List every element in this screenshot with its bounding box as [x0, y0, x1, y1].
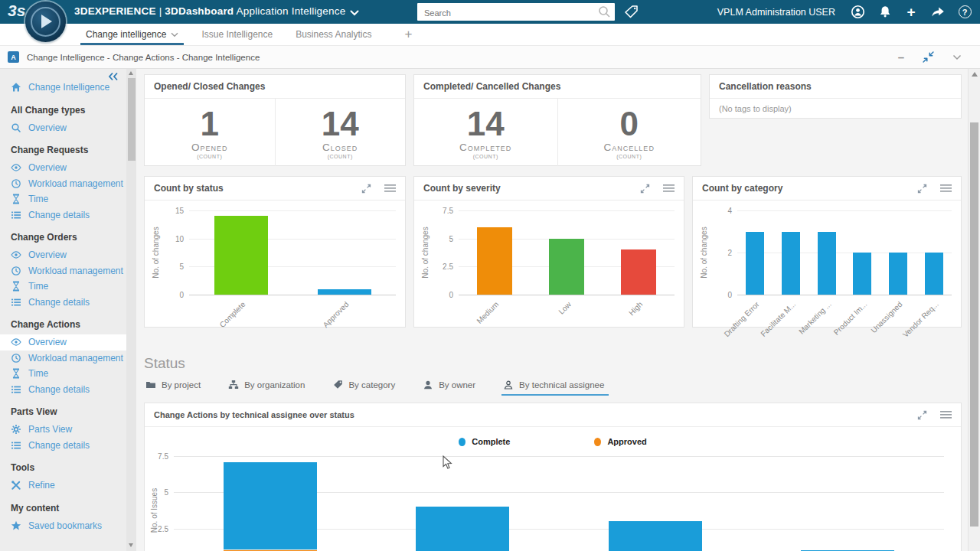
restore-widget-icon[interactable]	[923, 51, 934, 63]
y-axis-label: No. of changes	[421, 227, 430, 278]
kpi-card-opened-closed-changes: Opened/ Closed Changes1Opened(count)14Cl…	[144, 74, 406, 166]
status-tab-by-owner[interactable]: By owner	[423, 380, 475, 396]
sidebar-item-change-actions-workload-management[interactable]: Workload management	[0, 350, 126, 367]
scroll-up-arrow[interactable]	[129, 71, 133, 75]
sidebar-item-label: Time	[28, 368, 48, 379]
kpi-label: Opened	[191, 142, 228, 153]
tab-business-analytics[interactable]: Business Analytics	[284, 24, 383, 45]
help-icon[interactable]: ?	[957, 5, 972, 20]
tab-issue-intelligence[interactable]: Issue Intelligence	[190, 24, 284, 45]
chevron-down-icon[interactable]	[171, 32, 178, 37]
bar-medium	[477, 227, 512, 295]
sidebar-item-change-requests-time[interactable]: Time	[0, 191, 126, 207]
sidebar-item-parts-view-parts-view[interactable]: Parts View	[0, 422, 126, 438]
sidebar-item-change-actions-change-details[interactable]: Change details	[0, 382, 126, 398]
kpi-value: 1	[201, 106, 219, 142]
app-brand[interactable]: 3DEXPERIENCE | 3DDashboard Application I…	[74, 5, 359, 17]
legend-swatch	[594, 438, 601, 446]
add-icon[interactable]: +	[903, 5, 919, 20]
sidebar-scrollbar-thumb[interactable]	[128, 78, 136, 161]
sidebar-item-my-content-saved-bookmarks[interactable]: Saved bookmarks	[0, 518, 126, 534]
sidebar-item-change-requests-overview[interactable]: Overview	[0, 160, 126, 176]
sidebar-heading-change-actions: Change Actions	[0, 318, 136, 332]
scroll-down-arrow[interactable]	[129, 543, 133, 547]
sidebar-item-label: Overview	[28, 337, 67, 347]
status-tab-by-technical-assignee[interactable]: By technical assignee	[503, 380, 604, 396]
menu-icon[interactable]	[940, 184, 952, 193]
bar-segment-complete	[224, 462, 317, 549]
dashboard-tab-bar: Change intelligenceIssue IntelligenceBus…	[0, 24, 980, 46]
tab-label: Change intelligence	[86, 29, 166, 40]
widget-menu-chevron-icon[interactable]	[952, 54, 962, 60]
y-axis-tick: 5	[449, 234, 453, 243]
status-tab-label: By category	[348, 380, 395, 390]
sidebar-item-change-orders-workload-management[interactable]: Workload management	[0, 263, 126, 279]
page-scrollbar-thumb[interactable]	[970, 122, 978, 527]
menu-icon[interactable]	[663, 184, 675, 193]
assignee-chart-card: Change Actions by technical assignee ove…	[144, 403, 962, 551]
kpi-value: 0	[620, 106, 639, 142]
legend-item-approved[interactable]: Approved	[594, 437, 646, 446]
sidebar-heading-tools: Tools	[0, 461, 136, 475]
status-tab-by-project[interactable]: By project	[145, 380, 201, 396]
sidebar-item-label: Workload management	[28, 178, 123, 189]
sidebar-item-all-change-types-overview[interactable]: Overview	[0, 120, 126, 136]
bar-segment-complete	[609, 521, 702, 551]
search-input[interactable]	[423, 4, 598, 21]
menu-icon[interactable]	[940, 410, 952, 419]
tab-change-intelligence[interactable]: Change intelligence	[74, 24, 190, 45]
card-title: Completed/ Cancelled Changes	[423, 81, 560, 92]
user-name[interactable]: VPLM Administration USER	[717, 7, 835, 18]
sidebar-heading-all-change-types: All Change types	[0, 103, 136, 118]
chart-title: Count by category	[702, 183, 782, 194]
minimize-widget-icon[interactable]: –	[898, 54, 904, 61]
status-tab-by-organization[interactable]: By organization	[228, 380, 305, 396]
add-tab-button[interactable]: +	[394, 24, 423, 45]
status-tab-label: By organization	[244, 380, 305, 390]
sidebar-item-label: Saved bookmarks	[28, 520, 102, 531]
collapse-sidebar-icon[interactable]	[108, 72, 118, 83]
y-axis-label: No. of changes	[152, 227, 160, 278]
chart-title: Count by status	[154, 183, 224, 194]
person-icon	[423, 380, 433, 390]
expand-icon[interactable]	[917, 410, 927, 420]
expand-icon[interactable]	[361, 184, 371, 194]
sidebar-item-parts-view-change-details[interactable]: Change details	[0, 438, 126, 454]
eye-icon	[11, 162, 21, 173]
y-axis-tick: 2.5	[443, 262, 453, 271]
bar-segment-complete	[416, 507, 509, 551]
menu-icon[interactable]	[384, 184, 396, 193]
kpi-value: 14	[322, 106, 359, 142]
chart-card-count-by-status: Count by status No. of changes051015Comp…	[144, 176, 406, 328]
share-icon[interactable]	[930, 5, 946, 20]
compass-logo[interactable]	[25, 2, 66, 42]
expand-icon[interactable]	[917, 184, 927, 194]
sidebar-item-change-orders-change-details[interactable]: Change details	[0, 295, 126, 311]
profile-icon[interactable]	[850, 5, 865, 20]
expand-icon[interactable]	[640, 184, 650, 194]
tag-icon[interactable]	[623, 4, 639, 20]
list-icon	[11, 440, 21, 451]
sidebar-item-change-requests-change-details[interactable]: Change details	[0, 207, 126, 223]
sidebar-item-change-orders-overview[interactable]: Overview	[0, 247, 126, 263]
legend-label: Complete	[472, 437, 510, 446]
hourglass-icon	[11, 281, 21, 292]
y-axis-label: No. of changes	[700, 227, 708, 278]
status-tab-by-category[interactable]: By category	[332, 380, 395, 396]
sidebar-item-change-requests-workload-management[interactable]: Workload management	[0, 176, 126, 192]
bar-low	[549, 239, 584, 295]
tab-label: Issue Intelligence	[201, 29, 273, 40]
legend-item-complete[interactable]: Complete	[459, 437, 510, 446]
search-icon[interactable]	[598, 5, 611, 18]
sidebar-item-tools-refine[interactable]: Refine	[0, 478, 126, 494]
sidebar-item-change-actions-time[interactable]: Time	[0, 366, 126, 382]
notifications-bell-icon[interactable]	[877, 5, 892, 20]
bar-facilitate-m	[782, 232, 800, 295]
scroll-up-arrow[interactable]	[972, 72, 978, 77]
mouse-cursor	[443, 455, 453, 471]
sidebar-item-change-orders-time[interactable]: Time	[0, 279, 126, 295]
sidebar-item-change-actions-overview[interactable]: Overview	[0, 334, 126, 350]
y-axis-tick: 10	[175, 234, 184, 243]
chart-legend: CompleteApproved	[145, 427, 961, 456]
stacked-bar	[609, 521, 702, 551]
